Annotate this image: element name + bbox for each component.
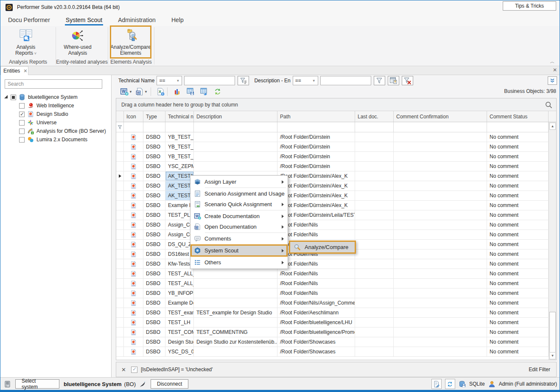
table-row[interactable]: DSBOAssign_Comm.../Root Folder/NilsNo co… — [116, 220, 549, 230]
filter1-funnel-button[interactable] — [238, 76, 249, 85]
cell-technical-name[interactable]: YB_TEST_LH — [165, 142, 194, 151]
cell-comment-status[interactable]: No comment — [487, 347, 549, 356]
cell-last-doc[interactable] — [355, 171, 394, 181]
menu-item-system-scout[interactable]: System Scout — [191, 245, 287, 256]
cell-comment-confirmation[interactable] — [394, 269, 487, 278]
cell-comment-confirmation[interactable] — [394, 347, 487, 356]
tree-item-web-intelligence[interactable]: Web Intelligence — [0, 101, 111, 110]
table-row[interactable]: DSBOYB_TEST_LH/Root Folder/DürrsteinNo c… — [116, 142, 549, 152]
table-row[interactable]: DSBOTEST_PLANN.../Root Folder/Dürrstein/… — [116, 210, 549, 220]
cell-last-doc[interactable] — [355, 142, 394, 151]
cell-description[interactable]: Design Studio zur Kostenstellenüb... — [194, 337, 277, 347]
cell-comment-confirmation[interactable] — [394, 288, 487, 298]
table-row[interactable]: DSBOAK_TEST2/Root Folder/Dürrstein/Alex_… — [116, 181, 549, 191]
refresh-button[interactable] — [213, 87, 222, 96]
cell-path[interactable]: /Root Folder/Aeschlimann — [277, 308, 355, 317]
cell-path[interactable]: /Root Folder/Showcases — [277, 347, 355, 356]
chevron-down-icon[interactable]: ▼ — [129, 87, 133, 96]
cell-comment-status[interactable]: No comment — [487, 318, 549, 327]
cell-comment-confirmation[interactable] — [394, 279, 487, 288]
scroll-down-button[interactable]: ▼ — [549, 352, 556, 359]
tree-item-bluetelligence-system[interactable]: bluetelligence System — [0, 93, 111, 101]
cell-technical-name[interactable]: YB_TEST_ZOHO — [165, 152, 194, 161]
table-row[interactable]: DSBODesign Studio z...Design Studio zur … — [116, 337, 549, 347]
cell-comment-status[interactable]: No comment — [487, 132, 549, 142]
cell-description[interactable] — [194, 132, 277, 142]
tree-checkbox[interactable] — [19, 137, 25, 143]
filter-row-cell[interactable] — [165, 122, 194, 132]
cell-comment-status[interactable]: No comment — [487, 337, 549, 347]
column-header-comment-confirmation[interactable]: Comment Confirmation — [394, 111, 487, 122]
cell-last-doc[interactable] — [355, 337, 394, 347]
column-header-last-doc-[interactable]: Last doc. — [355, 111, 394, 122]
cell-technical-name[interactable]: Assign_Comm... — [165, 230, 194, 239]
cell-comment-confirmation[interactable] — [394, 191, 487, 200]
disconnect-button[interactable]: Disconnect — [151, 379, 188, 389]
cell-path[interactable]: /Root Folder/Dürrstein — [277, 152, 355, 161]
table-row[interactable]: DSBOYSC_DS_001/Root Folder/ShowcasesNo c… — [116, 347, 549, 357]
sync-button[interactable] — [445, 379, 455, 389]
cell-description[interactable] — [194, 162, 277, 171]
cell-technical-name[interactable]: TEST_PLANN... — [165, 210, 194, 220]
cell-description[interactable] — [194, 318, 277, 327]
filter1-operator-dropdown[interactable]: ==▼ — [157, 76, 182, 85]
tree-item-universe[interactable]: Universe — [0, 118, 111, 127]
log-button[interactable] — [431, 379, 442, 389]
expand-filter-button[interactable] — [548, 76, 557, 85]
cell-comment-status[interactable]: No comment — [487, 240, 549, 249]
context-submenu-analyze-compare[interactable]: Analyze/Compare — [289, 241, 356, 254]
cell-path[interactable]: /Root Folder/bluetelligence/Promo... — [277, 328, 355, 337]
tree-checkbox[interactable] — [19, 129, 25, 134]
menu-item-scenario-assignment-and-usage[interactable]: Scenario Assignment and Usage — [191, 188, 287, 199]
table-row[interactable]: DSBOYB_TEST_GRAPH/Root Folder/DürrsteinN… — [116, 132, 549, 142]
tree-checkbox[interactable] — [19, 112, 25, 117]
table-row[interactable]: DSBOAssign_Comm.../Root Folder/NilsNo co… — [116, 230, 549, 240]
ribbon-tab-help[interactable]: Help — [171, 14, 185, 26]
column-header-path[interactable]: Path — [277, 111, 355, 122]
cell-comment-confirmation[interactable] — [394, 259, 487, 269]
cell-path[interactable]: /Root Folder/Dürrstein — [277, 162, 355, 171]
cell-description[interactable]: TEST_example for Design Studio — [194, 308, 277, 317]
cell-path[interactable]: /Root Folder/Nils — [277, 279, 355, 288]
ribbon-button-elements[interactable]: Analyze/CompareElements — [111, 27, 150, 57]
cell-path[interactable]: /Root Folder/Nils — [277, 220, 355, 230]
cell-path[interactable]: /Root Folder/Dürrstein — [277, 142, 355, 151]
cell-last-doc[interactable] — [355, 347, 394, 356]
filter2-operator-dropdown[interactable]: ==▼ — [293, 76, 318, 85]
cell-comment-confirmation[interactable] — [394, 171, 487, 181]
table-row[interactable]: DSBOAK_TEST3/Root Folder/Dürrstein/Alex_… — [116, 191, 549, 201]
cell-comment-confirmation[interactable] — [394, 220, 487, 230]
cell-last-doc[interactable] — [355, 249, 394, 259]
filter-row-cell[interactable] — [487, 122, 549, 132]
cell-technical-name[interactable]: AK_TEST3 — [165, 191, 194, 200]
cell-technical-name[interactable]: AK_TEST2 — [165, 181, 194, 190]
cell-description[interactable] — [194, 347, 277, 356]
column-header-technical-name[interactable]: Technical name — [165, 111, 194, 122]
menu-item-scenario-quick-assignment[interactable]: Scenario Quick Assignment — [191, 199, 287, 210]
menu-item-comments[interactable]: Comments — [191, 233, 287, 244]
cell-comment-confirmation[interactable] — [394, 249, 487, 259]
cell-description[interactable]: TEST_COMMENTING — [194, 328, 277, 337]
cell-comment-confirmation[interactable] — [394, 132, 487, 142]
tab-entities[interactable]: Entities ✕ — [0, 66, 28, 75]
cell-technical-name[interactable]: TEST_example — [165, 308, 194, 317]
cell-technical-name[interactable]: YSC_DS_001 — [165, 347, 194, 356]
cell-last-doc[interactable] — [355, 230, 394, 239]
cell-last-doc[interactable] — [355, 259, 394, 269]
filter-row-cell[interactable] — [394, 122, 487, 132]
table-row[interactable]: DSBOAK_TEST1/Root Folder/Dürrstein/Alex_… — [116, 171, 549, 181]
cell-technical-name[interactable]: YB_INFOPROV... — [165, 288, 194, 298]
table-row[interactable]: DSBOTEST_COMME...TEST_COMMENTING/Root Fo… — [116, 328, 549, 337]
cell-comment-status[interactable]: No comment — [487, 201, 549, 210]
vertical-scrollbar[interactable]: ▲ ▼ — [549, 122, 556, 360]
cell-description[interactable] — [194, 279, 277, 288]
cell-comment-confirmation[interactable] — [394, 201, 487, 210]
search-input[interactable] — [5, 79, 102, 89]
cell-path[interactable]: /Root Folder/Dürrstein/Alex_K — [277, 201, 355, 210]
table-row[interactable]: DSBOTEST_ALL_CO.../Root Folder/NilsNo co… — [116, 279, 549, 288]
cell-technical-name[interactable]: YB_TEST_GRAPH — [165, 132, 194, 142]
select-system-button[interactable]: Select system — [15, 379, 59, 389]
menu-item-others[interactable]: Others — [191, 257, 287, 268]
cell-last-doc[interactable] — [355, 210, 394, 220]
cell-path[interactable]: /Root Folder/Nils — [277, 230, 355, 239]
